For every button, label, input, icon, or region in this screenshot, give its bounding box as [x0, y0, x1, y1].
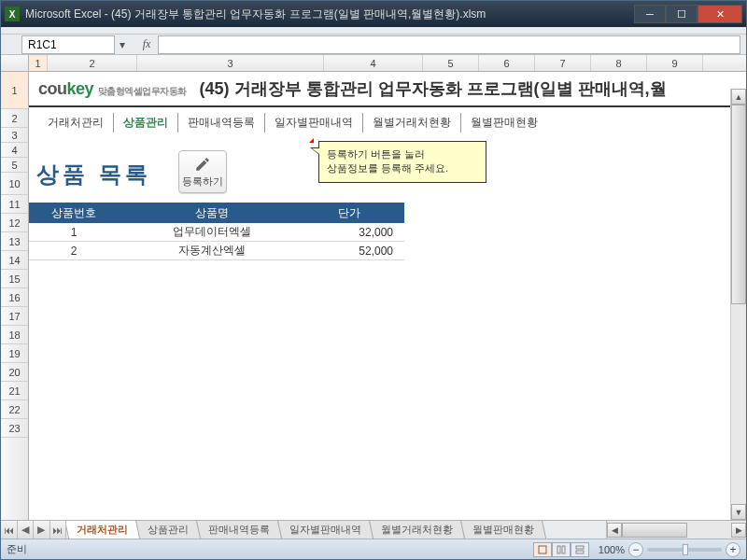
comment-indicator-icon	[309, 138, 314, 143]
page-break-view-button[interactable]	[571, 542, 589, 557]
worksheet-grid: 123456789 123451011121314151617181920212…	[1, 55, 746, 520]
column-header[interactable]: 9	[647, 55, 703, 71]
column-headers: 123456789	[1, 55, 746, 72]
cells-area[interactable]: coukey 맞춤형엑셀업무자동화 (45) 거래장부 통합관리 업무자동화 프…	[29, 72, 746, 520]
column-header[interactable]: 3	[137, 55, 324, 71]
row-header[interactable]: 20	[1, 363, 28, 382]
ribbon-collapsed[interactable]	[1, 27, 746, 35]
column-header[interactable]: 7	[535, 55, 591, 71]
sheet-tab[interactable]: 상품관리	[135, 521, 201, 539]
svg-rect-3	[576, 546, 584, 549]
brand-logo: coukey 맞춤형엑셀업무자동화	[38, 79, 187, 99]
sheet-tab[interactable]: 판매내역등록	[196, 521, 282, 539]
sheet-nav-next-icon[interactable]: ▶	[34, 521, 50, 539]
column-header[interactable]: 5	[423, 55, 479, 71]
row-headers: 123451011121314151617181920212223	[1, 72, 29, 520]
row-header[interactable]: 17	[1, 307, 28, 326]
table-header-no: 상품번호	[29, 205, 119, 221]
sheet-nav-buttons: ⏮ ◀ ▶ ⏭	[1, 521, 66, 539]
table-body: 1업무데이터엑셀32,0002자동계산엑셀52,000	[29, 223, 404, 260]
row-header[interactable]: 16	[1, 288, 28, 307]
row-header[interactable]: 15	[1, 270, 28, 288]
zoom-out-button[interactable]: −	[628, 542, 643, 557]
nav-tab[interactable]: 일자별판매내역	[265, 113, 363, 133]
page-layout-icon	[557, 545, 566, 554]
nav-tab[interactable]: 판매내역등록	[178, 113, 265, 133]
zoom-level[interactable]: 100%	[599, 544, 625, 555]
column-header[interactable]: 4	[324, 55, 423, 71]
sheet-tabs: 거래처관리상품관리판매내역등록일자별판매내역월별거래처현황월별판매현황	[66, 521, 606, 539]
nav-tab[interactable]: 월별거래처현황	[363, 113, 461, 133]
page-layout-view-button[interactable]	[552, 542, 571, 557]
column-header[interactable]: 2	[48, 55, 137, 71]
nav-tab[interactable]: 상품관리	[114, 113, 178, 133]
zoom-slider-knob[interactable]	[683, 544, 688, 555]
row-header[interactable]: 12	[1, 214, 28, 232]
nav-tabs: 거래처관리상품관리판매내역등록일자별판매내역월별거래처현황월별판매현황	[38, 113, 547, 133]
row-header[interactable]: 13	[1, 232, 28, 251]
vertical-scroll-thumb[interactable]	[731, 105, 746, 304]
brand-bar: coukey 맞춤형엑셀업무자동화 (45) 거래장부 통합관리 업무자동화 프…	[29, 72, 746, 107]
row-header[interactable]: 21	[1, 382, 28, 400]
row-header[interactable]: 23	[1, 419, 28, 438]
zoom-in-button[interactable]: +	[726, 542, 740, 557]
view-buttons	[533, 542, 589, 557]
cell-price: 52,000	[305, 245, 404, 258]
sheet-nav-prev-icon[interactable]: ◀	[18, 521, 35, 539]
column-header[interactable]: 1	[29, 55, 48, 71]
row-header[interactable]: 1	[1, 72, 28, 109]
svg-rect-1	[557, 546, 560, 553]
row-header[interactable]: 18	[1, 326, 28, 344]
table-row[interactable]: 2자동계산엑셀52,000	[29, 242, 404, 260]
vertical-scrollbar[interactable]: ▲ ▼	[730, 89, 746, 520]
row-header[interactable]: 14	[1, 251, 28, 270]
sheet-nav-first-icon[interactable]: ⏮	[1, 521, 18, 539]
maximize-button[interactable]: ☐	[666, 5, 698, 23]
nav-tab[interactable]: 거래처관리	[38, 113, 114, 133]
row-header[interactable]: 2	[1, 109, 28, 128]
register-button[interactable]: 등록하기	[178, 150, 227, 193]
zoom-slider[interactable]	[647, 548, 722, 552]
name-box-value: R1C1	[28, 38, 57, 51]
fx-icon[interactable]: fx	[137, 36, 156, 53]
scroll-left-icon[interactable]: ◀	[607, 523, 622, 538]
cell-price: 32,000	[305, 226, 404, 239]
name-box-dropdown-icon[interactable]: ▾	[115, 38, 130, 51]
excel-icon: X	[5, 7, 20, 21]
row-header[interactable]: 3	[1, 128, 28, 143]
page-title: (45) 거래장부 통합관리 업무자동화 프로그램(일별 판매내역,월	[200, 77, 667, 100]
table-header-name: 상품명	[119, 205, 305, 221]
horizontal-scrollbar[interactable]: ◀ ▶	[606, 521, 746, 539]
sheet-nav-last-icon[interactable]: ⏭	[50, 521, 67, 539]
row-header[interactable]: 4	[1, 143, 28, 158]
section-title: 상품 목록	[36, 160, 151, 189]
row-header[interactable]: 10	[1, 173, 28, 195]
scroll-down-icon[interactable]: ▼	[731, 504, 746, 520]
row-header[interactable]: 11	[1, 195, 28, 214]
formula-input[interactable]	[158, 35, 740, 54]
sheet-tab[interactable]: 거래처관리	[66, 521, 140, 539]
row-header[interactable]: 19	[1, 344, 28, 363]
sheet-tab[interactable]: 월별거래처현황	[369, 521, 465, 539]
select-all-corner[interactable]	[1, 55, 29, 71]
sheet-tab[interactable]: 일자별판매내역	[277, 521, 374, 539]
row-header[interactable]: 5	[1, 158, 28, 173]
nav-tab[interactable]: 월별판매현황	[461, 113, 547, 133]
name-box[interactable]: R1C1	[21, 35, 115, 54]
column-header[interactable]: 6	[479, 55, 535, 71]
horizontal-scroll-thumb[interactable]	[622, 523, 687, 538]
column-header[interactable]: 8	[591, 55, 647, 71]
svg-rect-4	[576, 551, 584, 553]
table-header: 상품번호 상품명 단가	[29, 203, 404, 223]
minimize-button[interactable]: ─	[634, 5, 666, 23]
close-button[interactable]: ✕	[698, 5, 742, 23]
sheet-tab[interactable]: 월별판매현황	[460, 521, 546, 539]
row-header[interactable]: 22	[1, 400, 28, 419]
normal-view-button[interactable]	[533, 542, 552, 557]
scroll-up-icon[interactable]: ▲	[731, 89, 746, 105]
grid-view-icon	[538, 545, 547, 554]
scroll-right-icon[interactable]: ▶	[731, 523, 746, 538]
table-row[interactable]: 1업무데이터엑셀32,000	[29, 223, 404, 242]
page-break-icon	[575, 545, 585, 554]
window-controls: ─ ☐ ✕	[634, 5, 742, 23]
